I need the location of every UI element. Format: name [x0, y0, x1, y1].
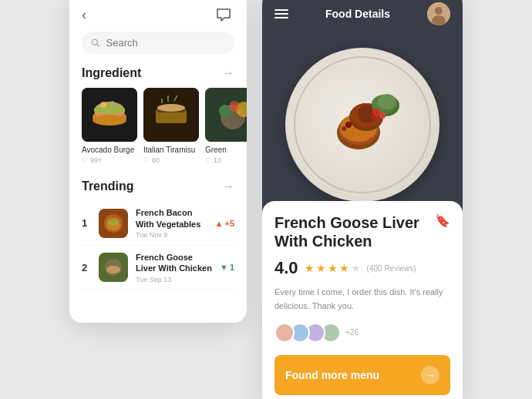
bookmark-icon[interactable]: 🔖 [435, 213, 450, 228]
star-rating: ★ ★ ★ ★ ★ [305, 262, 361, 274]
svg-point-29 [435, 7, 443, 15]
back-button[interactable]: ‹ [82, 7, 86, 23]
card-likes-tiramisu: ♡ 60 [143, 156, 199, 164]
more-reviewers: +26 [345, 328, 359, 337]
svg-point-38 [345, 122, 352, 128]
food-card-green[interactable]: Green ♡ 10 [205, 88, 247, 164]
trending-item-2[interactable]: 2 French Goose Liver With Chicken Tue Se… [82, 246, 234, 290]
rating-row: 4.0 ★ ★ ★ ★ ★ (400 Reviews) [274, 258, 450, 278]
svg-point-27 [106, 266, 120, 273]
search-input[interactable] [106, 37, 225, 49]
found-more-menu-button[interactable]: Found more menu → [274, 355, 450, 395]
trending-section: Trending → 1 French Bacon W [69, 173, 247, 290]
reviewer-1 [274, 323, 295, 343]
trending-date-2: Tue Sep 13 [136, 276, 212, 283]
star-1: ★ [305, 262, 315, 274]
card-name-avocado: Avocado Burge [82, 146, 137, 154]
trending-change-2: ▼ 1 [220, 263, 234, 272]
trending-date-1: Tue Nov 9 [136, 231, 207, 239]
chat-icon[interactable] [213, 4, 234, 25]
trending-title: Trending [82, 179, 134, 193]
review-count: (400 Reviews) [367, 264, 416, 273]
trending-section-header: Trending → [69, 179, 247, 201]
food-hero-image [262, 36, 463, 213]
green-image [205, 88, 247, 142]
trending-name-2: French Goose Liver With Chicken [136, 252, 212, 274]
trending-info-1: French Bacon With Vegetables Tue Nov 9 [136, 207, 207, 239]
svg-point-8 [110, 101, 115, 106]
right-header: Food Details [262, 0, 463, 36]
svg-point-7 [100, 102, 106, 108]
star-3: ★ [328, 262, 338, 274]
hamburger-menu[interactable] [274, 9, 288, 18]
svg-point-42 [378, 94, 396, 109]
star-4: ★ [339, 262, 349, 274]
trending-rank-1: 1 [82, 217, 91, 229]
card-likes-green: ♡ 10 [205, 156, 247, 164]
trending-name-1: French Bacon With Vegetables [136, 207, 207, 230]
tiramisu-image [143, 88, 199, 142]
ingredient-title: Ingredient [82, 66, 141, 80]
svg-point-6 [93, 115, 126, 126]
trending-rank-2: 2 [82, 262, 91, 273]
svg-point-44 [379, 112, 386, 119]
star-5: ★ [351, 262, 361, 274]
food-details-title: Food Details [325, 8, 390, 20]
left-screen: ‹ Ingredient → [69, 0, 247, 323]
svg-point-5 [94, 105, 125, 114]
food-card-avocado[interactable]: Avocado Burge ♡ 99+ [82, 88, 137, 164]
right-screen: Food Details [262, 0, 463, 399]
card-name-tiramisu: Italian Tiramisu [143, 146, 199, 154]
left-header: ‹ [69, 0, 247, 32]
user-avatar[interactable] [427, 2, 450, 25]
svg-point-12 [157, 104, 185, 112]
search-bar[interactable] [82, 32, 234, 54]
svg-line-1 [97, 45, 99, 47]
svg-point-39 [342, 126, 346, 131]
trending-info-2: French Goose Liver With Chicken Tue Sep … [136, 252, 212, 283]
star-2: ★ [316, 262, 326, 274]
food-cards: Avocado Burge ♡ 99+ [69, 88, 247, 173]
trending-list: 1 French Bacon With Vegetables Tue Nov 9 [69, 201, 247, 290]
cta-label: Found more menu [285, 369, 379, 381]
card-likes-avocado: ♡ 99+ [82, 156, 137, 164]
card-name-green: Green [205, 146, 247, 154]
reviewers-row: +26 [274, 323, 450, 343]
burger-image [82, 88, 137, 142]
ingredient-arrow[interactable]: → [222, 66, 234, 80]
trending-img-2 [99, 253, 128, 282]
search-icon [91, 38, 100, 48]
dish-description: Every time I come, I order this dish. It… [274, 286, 450, 313]
food-details-card: 🔖 French Goose Liver With Chicken 4.0 ★ … [262, 201, 463, 399]
rating-score: 4.0 [274, 258, 298, 278]
food-card-tiramisu[interactable]: Italian Tiramisu ♡ 60 [143, 88, 199, 164]
svg-point-24 [107, 218, 120, 226]
trending-item-1[interactable]: 1 French Bacon With Vegetables Tue Nov 9 [82, 201, 234, 246]
plate-food-svg [293, 55, 432, 194]
svg-point-20 [229, 101, 240, 112]
trending-arrow[interactable]: → [222, 179, 234, 193]
cta-arrow-icon: → [421, 366, 439, 384]
ingredient-section-header: Ingredient → [69, 66, 247, 88]
svg-point-45 [371, 115, 375, 119]
trending-img-1 [99, 209, 128, 238]
dish-title: French Goose Liver With Chicken [274, 213, 450, 250]
trending-change-1: ▲ +5 [215, 219, 234, 228]
